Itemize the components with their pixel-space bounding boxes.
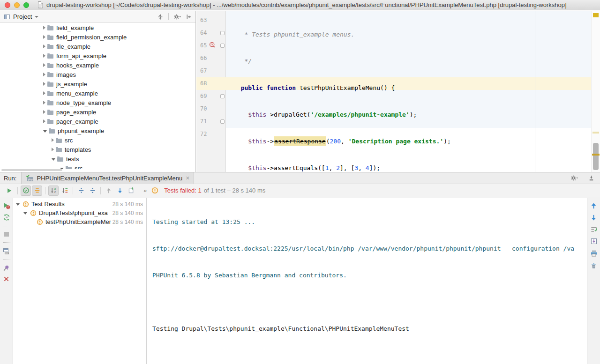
folder-icon: [47, 26, 53, 30]
folder-icon: [47, 36, 53, 40]
export-test-results-icon[interactable]: [126, 186, 136, 196]
pin-tab-icon[interactable]: [3, 265, 10, 272]
chevron-down-icon[interactable]: [43, 130, 47, 133]
up-stacktrace-icon[interactable]: [590, 202, 597, 209]
tree-item-hooks_example[interactable]: hooks_example: [0, 60, 195, 70]
sort-by-duration-icon[interactable]: [60, 186, 70, 196]
project-tree: field_example field_permission_example f…: [0, 23, 195, 169]
chevron-down-icon[interactable]: [23, 212, 27, 215]
close-tab-icon[interactable]: ×: [186, 175, 189, 181]
restore-layout-icon[interactable]: [3, 247, 10, 255]
chevron-right-icon[interactable]: [52, 148, 54, 151]
tree-item-src[interactable]: src: [0, 135, 195, 145]
titlebar: drupal-testing-workshop [~/Code/os/drupa…: [0, 0, 600, 10]
test-tree-method[interactable]: testPhpUnitExampleMen 28 s 140 ms: [13, 217, 146, 226]
clear-all-icon[interactable]: [590, 262, 597, 269]
fold-marker[interactable]: [220, 94, 225, 98]
minimize-window-button[interactable]: [14, 2, 20, 8]
tree-item-menu_example[interactable]: menu_example: [0, 89, 195, 98]
gear-icon[interactable]: [570, 175, 578, 181]
next-failed-icon[interactable]: [115, 186, 125, 196]
chevron-down-icon[interactable]: [52, 158, 55, 161]
show-passed-icon[interactable]: [21, 186, 31, 196]
chevron-right-icon[interactable]: [43, 91, 45, 95]
inspection-status-indicator[interactable]: [593, 13, 599, 17]
rerun-failed-tests-icon[interactable]: [3, 202, 10, 209]
tree-item-form_api_example[interactable]: form_api_example: [0, 51, 195, 60]
hide-panel-icon[interactable]: [588, 175, 594, 181]
editor-scrollbar-thumb[interactable]: [593, 143, 599, 170]
tests-failed-status: Tests failed: 1: [164, 187, 202, 194]
sort-alphabetically-icon[interactable]: az: [48, 186, 59, 196]
print-icon[interactable]: [590, 250, 598, 257]
fold-marker[interactable]: [220, 119, 225, 124]
fold-marker[interactable]: [220, 31, 225, 35]
warning-stripe-mark[interactable]: [592, 154, 600, 156]
chevron-right-icon[interactable]: [43, 82, 45, 86]
gear-icon[interactable]: [173, 14, 181, 20]
deprecated-method-highlight: assertResponse: [274, 136, 326, 146]
failed-test-clock-icon[interactable]: [209, 42, 216, 48]
chevron-right-icon[interactable]: [43, 73, 45, 76]
horizontal-scrollbar[interactable]: [1, 169, 62, 171]
zoom-window-button[interactable]: [23, 2, 29, 8]
chevron-right-icon[interactable]: [43, 26, 45, 30]
chevron-right-icon[interactable]: [43, 110, 45, 114]
tree-item-js_example[interactable]: js_example: [0, 79, 195, 89]
previous-failed-icon[interactable]: [104, 186, 114, 196]
collapse-all-icon[interactable]: [157, 14, 164, 20]
scroll-to-end-icon[interactable]: [590, 238, 598, 245]
test-tree-root[interactable]: Test Results 28 s 140 ms: [13, 200, 146, 208]
folder-icon: [56, 139, 62, 143]
code-editor[interactable]: 63 64 65 66 67 68 69 70 71 72 * Tests ph…: [196, 11, 600, 172]
code-line-65: public function testPhpUnitExampleMenu()…: [233, 82, 581, 94]
folder-icon: [49, 129, 55, 134]
tree-item-templates[interactable]: templates: [0, 145, 195, 154]
tree-item-images[interactable]: images: [0, 70, 195, 79]
chevron-right-icon[interactable]: [43, 119, 45, 123]
console-line: Testing Drupal\Tests\phpunit_example\Fun…: [152, 322, 586, 335]
chevron-right-icon[interactable]: [43, 63, 45, 67]
test-results-tree: Test Results 28 s 140 ms Drupal\Tests\ph…: [13, 198, 147, 364]
chevron-right-icon[interactable]: [43, 101, 45, 104]
tree-item-tests[interactable]: tests: [0, 154, 195, 163]
tree-item-pager_example[interactable]: pager_example: [0, 117, 195, 126]
project-panel-title[interactable]: Project: [13, 13, 32, 20]
stop-icon[interactable]: [3, 231, 10, 238]
run-tab-phpunit[interactable]: php PHPUnitExampleMenuTest.testPhpUnitEx…: [21, 172, 194, 184]
folder-icon: [47, 73, 53, 77]
run-toolbar: az » Tests failed: 1 of 1 test – 28 s 14…: [0, 184, 600, 197]
expand-all-icon[interactable]: [76, 186, 86, 196]
chevron-right-icon[interactable]: [43, 45, 45, 48]
tree-item-node_type_example[interactable]: node_type_example: [0, 98, 195, 107]
tree-item-phpunit_example[interactable]: phpunit_example: [0, 126, 195, 135]
warning-stripe-mark[interactable]: [592, 132, 599, 134]
tree-item-tests-src[interactable]: src: [0, 163, 195, 169]
run-panel: Run: php PHPUnitExampleMenuTest.testPhpU…: [0, 172, 600, 364]
down-stacktrace-icon[interactable]: [590, 214, 597, 221]
rerun-icon[interactable]: [4, 186, 15, 196]
tree-item-file_example[interactable]: file_example: [0, 42, 195, 51]
toggle-auto-test-icon[interactable]: [3, 214, 10, 221]
tree-item-page_example[interactable]: page_example: [0, 107, 195, 117]
close-window-button[interactable]: [5, 2, 10, 8]
tree-item-field_permission_example[interactable]: field_permission_example: [0, 32, 195, 42]
console-line: Testing started at 13:25 ...: [152, 215, 586, 228]
test-tree-class[interactable]: Drupal\Tests\phpunit_exa 28 s 140 ms: [13, 208, 146, 217]
chevron-down-icon[interactable]: [35, 16, 38, 18]
chevron-right-icon[interactable]: [43, 35, 45, 39]
fold-marker[interactable]: [220, 44, 225, 48]
close-icon[interactable]: [3, 276, 9, 282]
svg-text:php: php: [28, 178, 33, 181]
test-console[interactable]: Testing started at 13:25 ... sftp://dock…: [147, 198, 587, 364]
soft-wrap-icon[interactable]: [590, 226, 598, 233]
show-ignored-icon[interactable]: [32, 186, 42, 196]
collapse-all-icon[interactable]: [87, 186, 98, 196]
chevron-right-icon[interactable]: [52, 138, 54, 142]
hide-panel-icon[interactable]: [186, 14, 192, 20]
chevron-down-icon[interactable]: [16, 203, 20, 206]
tree-item-field_example[interactable]: field_example: [0, 23, 195, 32]
toolbar-overflow-icon[interactable]: »: [143, 187, 147, 194]
code-text[interactable]: * Tests phpunit_example menus. */ public…: [233, 14, 581, 172]
chevron-right-icon[interactable]: [43, 54, 45, 58]
